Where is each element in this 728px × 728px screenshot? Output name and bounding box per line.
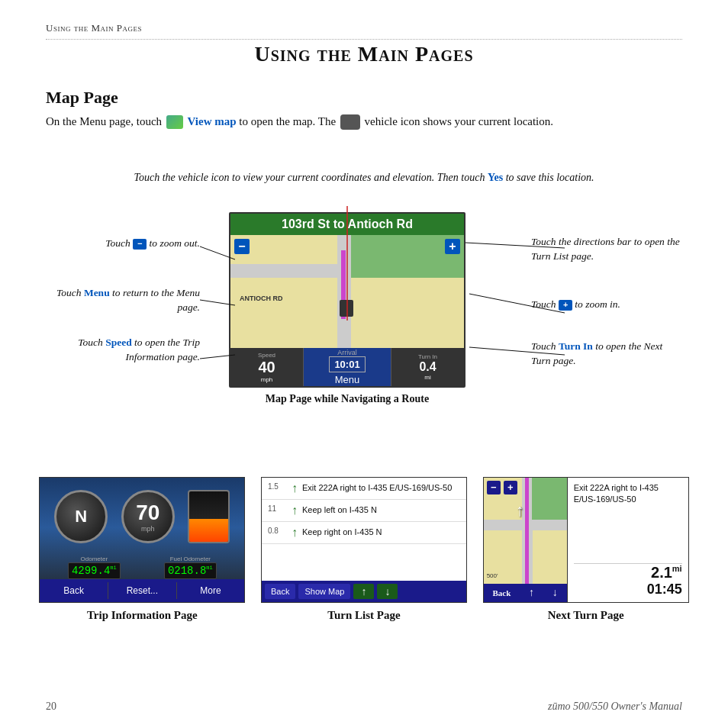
turn-down-button[interactable]: ↓ [377,584,398,599]
turn-arrow-1: ↑ [292,482,298,494]
map-content: ANTIOCH RD − + [230,235,464,350]
next-back-button[interactable]: Back [493,588,511,598]
section-heading: Map Page [46,88,118,108]
turn-arrow-3: ↑ [292,527,298,539]
turn-list-label: Turn List Page [327,609,400,622]
panels-row: N 70 mph Odometer 4299.4mi [38,477,690,622]
next-map-controls: − + [487,481,517,494]
trip-panel-label: Trip Information Page [87,609,198,622]
arrival-label: Arrival [337,349,357,356]
odometer-label: Odometer [68,556,121,562]
turn-panel-bottom: Back Show Map ↑ ↓ [262,581,466,602]
trip-more-button[interactable]: More [177,582,245,599]
map-diagram: 103rd St to Antioch Rd ANTIOCH RD − + Sp… [229,212,465,388]
zoom-in-annotation: Touch + to zoom in. [531,298,684,312]
turn-text-2: Keep left on I-435 N [302,504,460,515]
next-down-button[interactable]: ↓ [552,587,558,599]
trip-info-panel: N 70 mph Odometer 4299.4mi [38,477,246,622]
next-map-side: − + 500' ↑ Back ↑ ↓ [484,478,568,602]
turn-dist-2: 11 [268,504,287,513]
next-zoom-in-button[interactable]: + [504,481,517,494]
trip-reset-button[interactable]: Reset... [108,582,177,599]
turn-item-3: 0.8 ↑ Keep right on I-435 N [262,522,466,544]
next-map-scale: 500' [487,572,498,579]
arrival-time: 10:01 [329,356,365,372]
turn-item-1: 1.5 ↑ Exit 222A right to I-435 E/US-169/… [262,478,466,500]
next-up-button[interactable]: ↑ [529,587,534,599]
page-title: Using the Main Pages [0,42,728,66]
turn-show-map-button[interactable]: Show Map [298,584,350,599]
footer-manual: zūmo 500/550 Owner's Manual [548,701,682,713]
next-turn-panel: − + 500' ↑ Back ↑ ↓ Exit 222A right to I… [482,477,690,622]
trip-panel-image: N 70 mph Odometer 4299.4mi [39,477,245,603]
turn-list-panel: 1.5 ↑ Exit 222A right to I-435 E/US-169/… [260,477,469,622]
compass-gauge: N [54,490,108,543]
breadcrumb: Using the Main Pages [46,21,682,40]
view-map-icon [166,115,183,129]
next-turn-label: Next Turn Page [548,609,624,622]
speed-section[interactable]: Speed 40 mph [230,348,304,386]
compass-letter: N [75,507,87,527]
turn-unit: mi [424,374,430,381]
trip-odometers: Odometer 4299.4mi Fuel Odometer 0218.8mi [40,556,244,579]
menu-annotation: Touch Menu to return to the Menu page. [47,286,200,315]
turn-value: 0.4 [419,360,436,374]
turn-in-label: Turn In [418,353,437,360]
turn-in-annotation: Touch Turn In to open the Next Turn page… [531,340,684,369]
breadcrumb-text: Using the Main Pages [46,22,142,34]
speed-label: Speed [258,352,275,359]
next-info-side: Exit 222A right to I-435 E/US-169/US-50 … [568,478,688,602]
fuel-odometer-group: Fuel Odometer 0218.8mi [164,556,217,579]
map-road-label: ANTIOCH RD [240,295,283,302]
turn-in-section[interactable]: Turn In 0.4 mi [391,348,464,386]
vehicle-icon [340,114,360,130]
fuel-gauge [188,490,230,543]
map-status-bar: Speed 40 mph Arrival 10:01 Menu Turn In … [230,348,464,386]
odometer-value: 4299.4mi [68,562,121,579]
next-panel-bg: − + 500' ↑ Back ↑ ↓ Exit 222A right to I… [484,478,688,602]
speed-unit-label: mph [141,525,155,533]
trip-gauges: N 70 mph [40,478,244,556]
turn-up-button[interactable]: ↑ [353,584,374,599]
next-turn-text: Exit 222A right to I-435 E/US-169/US-50 [574,482,682,564]
turn-item-2: 11 ↑ Keep left on I-435 N [262,500,466,522]
odometer-group: Odometer 4299.4mi [68,556,121,579]
turn-back-button[interactable]: Back [265,584,295,599]
map-caption: Map Page while Navigating a Route [229,393,465,405]
intro-text: On the Menu page, touch View map to open… [46,113,682,130]
map-zoom-out-button[interactable]: − [234,239,250,254]
turn-panel-bg: 1.5 ↑ Exit 222A right to I-435 E/US-169/… [262,478,466,602]
turn-dist-3: 0.8 [268,527,287,535]
map-title-bar: 103rd St to Antioch Rd [230,214,464,235]
speed-annotation: Touch Speed to open the Trip Information… [47,336,200,365]
trip-back-button[interactable]: Back [40,582,108,599]
fuel-odometer-value: 0218.8mi [164,562,217,579]
view-map-link: View map [188,115,237,127]
menu-section[interactable]: Arrival 10:01 Menu [304,348,391,386]
turn-text-3: Keep right on I-435 N [302,527,460,537]
trip-panel-bg: N 70 mph Odometer 4299.4mi [40,478,244,602]
next-direction-arrow: ↑ [516,501,524,520]
turn-arrow-2: ↑ [292,504,298,517]
minus-icon: − [133,239,147,250]
map-vehicle-marker [340,300,353,317]
directions-annotation: Touch the directions bar to open the Tur… [531,235,684,264]
speed-unit: mph [261,376,273,383]
fuel-fill [189,519,228,542]
next-zoom-out-button[interactable]: − [487,481,501,494]
turn-dist-1: 1.5 [268,482,287,491]
map-image: 103rd St to Antioch Rd ANTIOCH RD − + Sp… [229,212,465,388]
turn-text-1: Exit 222A right to I-435 E/US-169/US-50 [302,482,460,493]
next-turn-image: − + 500' ↑ Back ↑ ↓ Exit 222A right to I… [483,477,689,603]
menu-label: Menu [335,374,360,385]
next-distance: 2.1mi [574,564,682,581]
turn-list-image: 1.5 ↑ Exit 222A right to I-435 E/US-169/… [261,477,467,603]
footer-page-number: 20 [46,701,56,713]
map-zoom-in-button[interactable]: + [445,239,460,254]
speed-value: 40 [258,359,275,376]
trip-bottom-bar: Back Reset... More [40,579,244,602]
fuel-odometer-label: Fuel Odometer [164,556,217,562]
next-map-bottom-bar: Back ↑ ↓ [484,584,567,602]
zoom-out-annotation: Touch − to zoom out. [47,237,200,251]
next-time: 01:45 [574,581,682,598]
